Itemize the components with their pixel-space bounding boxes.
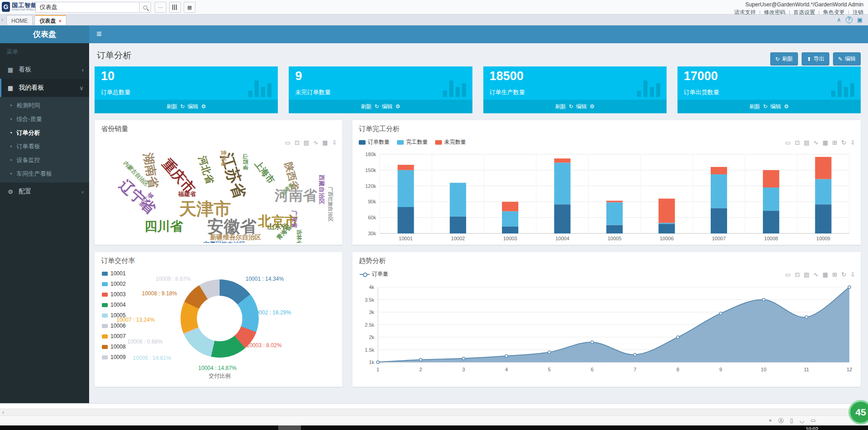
legend-item-10002[interactable]: 10002 [102,281,125,287]
legend-item-10009[interactable]: 10009 [102,354,125,360]
sidebar-item-配置[interactable]: ⚙配置‹ [0,182,89,201]
legend-swatch [102,355,108,359]
pie-slice-label: 10002 : 16.29% [253,309,291,316]
mini-bars-icon [637,81,660,97]
refresh-label[interactable]: 刷新 [166,103,177,110]
refresh-label[interactable]: 刷新 [361,103,371,110]
refresh-icon[interactable]: ↻ [763,103,768,110]
audio-icon[interactable]: ◡ [799,417,804,425]
kpi-footer[interactable]: 刷新↻编辑⚙ [95,100,278,113]
kpi-value: 9 [295,69,302,83]
kpi-footer[interactable]: 刷新↻编辑⚙ [483,100,667,113]
stack-icon[interactable]: ⊞ [832,139,837,146]
trash-icon[interactable]: ▯ [790,417,793,425]
sidebar-item-设备监控[interactable]: ◔设备监控 [0,153,89,167]
edit-label[interactable]: 编辑 [576,103,587,110]
calendar-icon[interactable]: ▣ [857,16,863,23]
chart-title: 订单完工分析 [359,125,400,133]
pie-slice-label: 10004 : 14.87% [198,365,236,371]
trend-chart-legend[interactable]: 订单量 [360,270,388,278]
refresh-icon[interactable]: ↻ [841,139,846,146]
area-line-chart[interactable]: 4k3.5k3k2.5k2k1.5k1k123456789101112 [356,280,854,383]
legend-item-10007[interactable]: 10007 [102,333,125,339]
window-icon[interactable]: ▭ [811,417,816,425]
data-view-icon[interactable]: ▤ [304,139,309,146]
taskbar[interactable]: 10:02 [0,425,868,430]
svg-text:150k: 150k [365,167,376,173]
edit-label[interactable]: 编辑 [187,103,198,110]
download-icon[interactable]: ⇩ [332,139,337,146]
refresh-icon[interactable]: ↻ [180,103,185,110]
edit-label[interactable]: 编辑 [382,103,393,110]
restore-icon[interactable]: ⊡ [295,139,300,146]
download-icon[interactable]: ⇩ [850,139,855,146]
legend-item-完工数量[interactable]: 完工数量 [397,138,428,146]
tab-scroll-icon[interactable]: › [1,16,3,23]
wrench-icon[interactable]: ⚙ [784,103,789,110]
data-view-icon[interactable]: ▤ [804,271,809,278]
box-icon[interactable]: ▭ [285,139,290,146]
restore-icon[interactable]: ⊡ [795,271,800,278]
sidebar-item-检测时间[interactable]: ◔检测时间 [0,99,89,112]
bar-icon[interactable]: ▦ [322,139,328,146]
refresh-label[interactable]: 刷新 [555,103,566,110]
more-button[interactable]: ··· [155,2,166,13]
close-icon[interactable]: × [59,18,61,24]
box-icon[interactable]: ▭ [785,139,791,146]
legend-item-10001[interactable]: 10001 [102,270,125,277]
wrench-icon[interactable]: ⚙ [590,103,595,110]
restore-icon[interactable]: ⊡ [795,139,800,146]
search-button[interactable] [139,2,151,13]
sidebar-item-看板[interactable]: ▦看板‹ [0,61,89,79]
legend-item-10003[interactable]: 10003 [102,291,125,298]
accessibility-icon[interactable]: Ⓐ [778,417,784,425]
taskbar-item[interactable] [278,425,301,430]
refresh-icon[interactable]: ↻ [374,103,379,110]
legend-item-10006[interactable]: 10006 [102,323,125,329]
编辑-button[interactable]: ✎编辑 [833,52,861,66]
refresh-icon[interactable]: ↻ [841,271,846,278]
legend-item-订单数量[interactable]: 订单数量 [359,138,390,146]
kpi-footer[interactable]: 刷新↻编辑⚙ [289,100,472,113]
sidebar-item-订单分析[interactable]: ◔订单分析 [0,126,89,140]
bar-icon[interactable]: ▦ [823,271,828,278]
refresh-icon[interactable]: ↻ [569,103,573,110]
legend-item-10008[interactable]: 10008 [102,344,125,350]
wrench-icon[interactable]: ⚙ [201,103,206,110]
legend-item-未完数量[interactable]: 未完数量 [435,138,466,146]
refresh-label[interactable]: 刷新 [749,103,760,110]
sidebar-item-综合-质量[interactable]: ◔综合-质量 [0,112,89,126]
刷新-button[interactable]: ↻刷新 [770,52,798,66]
stack-icon[interactable]: ⊞ [832,271,837,278]
wordcloud-chart[interactable]: 天津市安徽省河南省北京市四川省江苏省重庆市辽宁省湖南省河北省陕西省上海市山东省福… [98,147,339,243]
chevron-left-icon: ‹ [82,188,84,195]
data-view-icon[interactable]: ▤ [804,139,809,146]
svg-text:3.5k: 3.5k [365,297,374,303]
wrench-icon[interactable]: ⚙ [396,103,401,110]
legend-item-10004[interactable]: 10004 [102,302,125,308]
tab-HOME[interactable]: HOME [6,15,33,25]
line-icon[interactable]: ∿ [313,139,318,146]
bar-icon[interactable]: ▦ [823,139,828,146]
sidebar-item-我的看板[interactable]: ▦我的看板∨ [0,79,89,97]
sidebar-item-订单看板[interactable]: ◔订单看板 [0,140,89,153]
sidebar-item-label: 检测时间 [16,101,40,110]
search-input[interactable] [35,2,139,13]
collapse-arrow-icon[interactable]: ‹ [2,409,4,415]
help-icon[interactable]: ? [846,16,853,23]
collapse-icon[interactable]: ∧ [837,16,841,23]
sidebar-item-车间生产看板[interactable]: ◔车间生产看板 [0,167,89,181]
box-icon[interactable]: ▭ [785,271,791,278]
kpi-footer[interactable]: 刷新↻编辑⚙ [677,100,861,113]
stacked-bar-chart[interactable]: 180k150k120k90k60k30k1000110002100031000… [356,148,854,242]
qr-button[interactable]: ▦ [184,2,196,13]
tab-仪表盘[interactable]: 仪表盘× [35,15,66,25]
导出-button[interactable]: ⬆导出 [802,52,829,66]
download-icon[interactable]: ⇩ [850,271,855,278]
line-icon[interactable]: ∿ [813,139,818,146]
edit-label[interactable]: 编辑 [770,103,781,110]
menu-toggle-icon[interactable]: ≡ [96,29,102,39]
pin-icon[interactable]: ⌖ [769,417,772,425]
barcode-button[interactable] [169,2,181,13]
line-icon[interactable]: ∿ [813,271,818,278]
